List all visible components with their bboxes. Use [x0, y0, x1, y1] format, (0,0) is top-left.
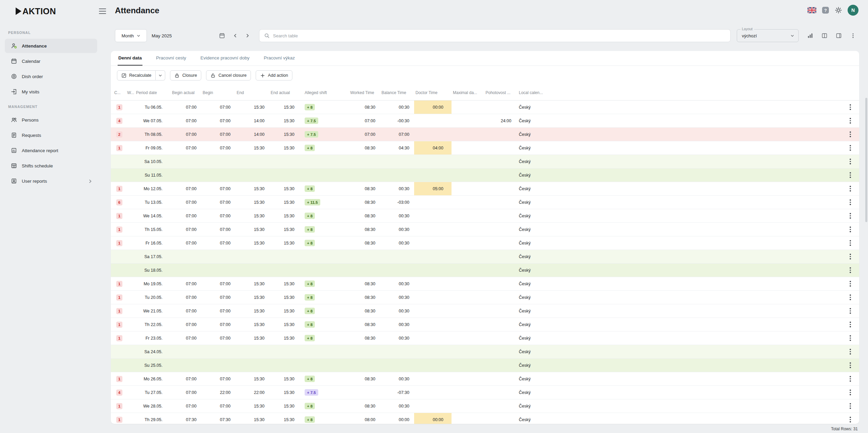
sidebar-item-calendar[interactable]: Calendar [5, 54, 97, 68]
table-row[interactable]: 1Fr 16.05.07:0007:0015:3015:30+ 808:3000… [111, 236, 859, 250]
row-menu-button[interactable] [846, 361, 855, 370]
previous-period-button[interactable] [231, 31, 240, 40]
more-options-button[interactable] [848, 30, 858, 41]
recalculate-button[interactable]: Recalculate [117, 70, 156, 80]
row-menu-button[interactable] [846, 144, 855, 152]
sidebar-item-shifts-schedule[interactable]: Shifts schedule [5, 159, 97, 173]
table-row[interactable]: Sa 10.05.Český [111, 155, 859, 168]
row-menu-button[interactable] [846, 320, 855, 329]
row-menu-button[interactable] [846, 415, 855, 424]
period-picker[interactable]: May 2025 [152, 33, 225, 39]
table-row[interactable]: 1We 28.05.07:0007:0015:3015:30+ 808:3000… [111, 399, 859, 413]
column-header-end-actual[interactable]: End actual [269, 90, 299, 95]
sidebar-item-user-reports[interactable]: User reports [5, 174, 97, 188]
table-row[interactable]: 1Fr 09.05.07:0007:0015:3015:30+ 808:3004… [111, 141, 859, 155]
column-settings-button[interactable] [819, 30, 830, 41]
sidebar-item-persons[interactable]: Persons [5, 113, 97, 127]
table-row[interactable]: Sa 24.05.Český [111, 345, 859, 359]
column-header-doctor-time[interactable]: Doctor Time [414, 90, 452, 95]
row-menu-button[interactable] [846, 184, 855, 193]
table-row[interactable]: 1Th 22.05.07:0007:0015:3015:30+ 808:3000… [111, 318, 859, 331]
table-search[interactable] [259, 29, 731, 42]
tab-denni-data[interactable]: Denní data [118, 51, 142, 66]
table-row[interactable]: 1Tu 20.05.07:0007:0015:3015:30+ 808:3000… [111, 291, 859, 304]
row-menu-button[interactable] [846, 347, 855, 356]
row-menu-button[interactable] [846, 225, 855, 234]
next-period-button[interactable] [243, 31, 252, 40]
sidebar-item-attendance[interactable]: Attendance [5, 39, 97, 53]
row-menu-button[interactable] [846, 334, 855, 343]
recalculate-menu-button[interactable] [156, 70, 165, 80]
row-menu-button[interactable] [846, 157, 855, 166]
layout-select[interactable]: Layout výchozí [737, 29, 799, 42]
row-menu-button[interactable] [846, 266, 855, 275]
column-header-worked-time[interactable]: Worked Time [349, 90, 380, 95]
panel-view-button[interactable] [833, 30, 844, 41]
table-row[interactable]: Su 25.05.Český [111, 359, 859, 372]
table-row[interactable]: Sa 17.05.Český [111, 250, 859, 264]
row-menu-button[interactable] [846, 293, 855, 302]
row-menu-button[interactable] [846, 116, 855, 125]
chart-view-button[interactable] [805, 30, 816, 41]
cell-local-calendar: Český [516, 114, 558, 127]
search-input[interactable] [273, 33, 726, 38]
column-header-begin[interactable]: Begin [201, 90, 235, 95]
column-header-count[interactable]: C... [113, 90, 126, 95]
table-row[interactable]: Su 18.05.Český [111, 264, 859, 277]
table-row[interactable]: 1Mo 26.05.07:0007:0015:3015:30+ 808:3000… [111, 372, 859, 386]
row-menu-button[interactable] [846, 402, 855, 411]
sidebar-item-my-visits[interactable]: My visits [5, 85, 97, 99]
table-row[interactable]: 1Mo 12.05.07:0007:0015:3015:30+ 808:3000… [111, 182, 859, 196]
sidebar-toggle-button[interactable] [99, 8, 106, 14]
help-button[interactable]: ? [822, 6, 829, 14]
row-menu-button[interactable] [846, 388, 855, 397]
row-menu-button[interactable] [846, 252, 855, 261]
column-header-end[interactable]: End [235, 90, 269, 95]
table-row[interactable]: 1Th 15.05.07:0007:0015:3015:30+ 808:3000… [111, 223, 859, 236]
row-menu-button[interactable] [846, 212, 855, 220]
row-menu-button[interactable] [846, 307, 855, 315]
tab-pracovni-cesty[interactable]: Pracovní cesty [155, 51, 187, 66]
column-header-week[interactable]: W... [126, 90, 135, 95]
add-action-button[interactable]: Add action [256, 70, 292, 80]
table-row[interactable]: 1We 21.05.07:0007:0015:3015:30+ 808:3000… [111, 304, 859, 318]
column-header-standby[interactable]: Pohotovost ... [484, 90, 516, 95]
row-menu-button[interactable] [846, 103, 855, 112]
column-header-period-date[interactable]: Period date [135, 90, 171, 95]
period-mode-select[interactable]: Month [115, 29, 147, 42]
row-menu-button[interactable] [846, 171, 855, 180]
column-header-maximal-day[interactable]: Maximal da... [452, 90, 484, 95]
row-menu-button[interactable] [846, 375, 855, 383]
table-row[interactable]: 1We 14.05.07:0007:0015:3015:30+ 808:3000… [111, 209, 859, 223]
row-menu-button[interactable] [846, 279, 855, 288]
calendar-picker-button[interactable] [219, 33, 225, 39]
row-menu-button[interactable] [846, 239, 855, 248]
row-menu-button[interactable] [846, 130, 855, 139]
settings-button[interactable] [835, 6, 842, 14]
table-row[interactable]: 1Th 29.05.07:3007:3015:3015:30+ 808:0000… [111, 413, 859, 424]
tab-pracovni-vykaz[interactable]: Pracovní výkaz [263, 51, 296, 66]
table-row[interactable]: 1Tu 06.05.07:0007:0015:3015:30+ 808:3000… [111, 101, 859, 114]
table-row[interactable]: 2Th 08.05.07:0007:0014:0015:30+ 7.507:00… [111, 128, 859, 141]
cancel-closure-button[interactable]: Cancel closure [206, 70, 251, 80]
table-row[interactable]: 6Tu 13.05.07:0007:0015:3015:30+ 11.508:3… [111, 196, 859, 209]
column-header-alleged-shift[interactable]: Alleged shift [299, 90, 349, 95]
sidebar-item-attendance-report[interactable]: Attendance report [5, 143, 97, 158]
table-row[interactable]: 1Mo 19.05.07:0007:0015:3015:30+ 808:3000… [111, 277, 859, 291]
closure-button[interactable]: Closure [170, 70, 201, 80]
tab-evidence-pracovni-doby[interactable]: Evidence pracovní doby [200, 51, 250, 66]
cell-maximal-day [452, 101, 484, 114]
row-menu-button[interactable] [846, 198, 855, 207]
sidebar-item-dish-order[interactable]: Dish order [5, 69, 97, 84]
table-row[interactable]: 4We 07.05.07:0007:0014:0015:30+ 7.507:00… [111, 114, 859, 128]
table-row[interactable]: 4Tu 27.05.07:0022:0022:0015:30+ 7.5-07:3… [111, 386, 859, 399]
column-header-local-calendar[interactable]: Local calen... [516, 90, 558, 95]
column-header-begin-actual[interactable]: Begin actual [171, 90, 201, 95]
vertical-scrollbar[interactable] [865, 98, 867, 222]
sidebar-item-requests[interactable]: Requests [5, 128, 97, 142]
table-row[interactable]: Su 11.05.Český [111, 168, 859, 182]
column-header-balance-time[interactable]: Balance Time [380, 90, 414, 95]
table-row[interactable]: 1Fr 23.05.07:0007:0015:3015:30+ 808:3000… [111, 331, 859, 345]
language-flag-button[interactable] [807, 7, 816, 13]
user-avatar[interactable]: N [848, 5, 858, 16]
